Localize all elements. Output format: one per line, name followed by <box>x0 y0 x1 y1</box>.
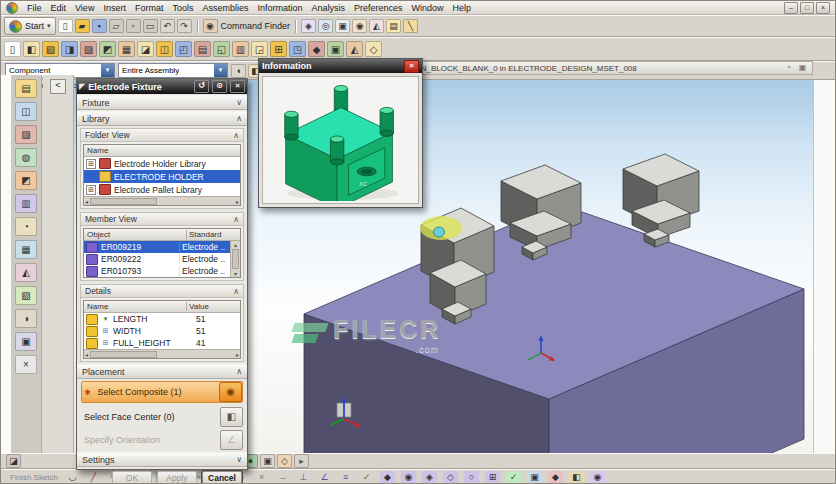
scroll-left-icon[interactable]: ◂ <box>85 198 88 205</box>
horizontal-scrollbar[interactable]: ◂ ▸ <box>84 349 240 358</box>
menu-item[interactable]: Analysis <box>311 3 345 13</box>
selection-dialog-icon[interactable]: ◈ <box>301 19 316 33</box>
command-finder[interactable]: ◉ Command Finder <box>203 19 291 33</box>
parameter-value[interactable]: 51 <box>196 314 238 324</box>
expander-icon[interactable]: ⊞ <box>86 159 96 169</box>
ok-button[interactable]: OK <box>112 471 152 484</box>
tree-item-electrode-holder-library[interactable]: ⊞ Electrode Holder Library <box>84 157 240 170</box>
tree-column-header[interactable]: Name <box>84 145 240 157</box>
evaluate-icon[interactable]: ✓ <box>359 471 374 484</box>
member-row[interactable]: ER009219 Electrode .. <box>84 241 230 253</box>
select-face-center-button[interactable]: ◧ <box>220 407 243 427</box>
graphics-window-titlebar[interactable]: ODE_DESIGN_BLOCK_BLANK_0 in ELECTRODE_DE… <box>369 61 813 75</box>
section-fixture[interactable]: Fixture ∨ <box>77 95 247 110</box>
update-icon[interactable]: ◔ <box>783 63 794 74</box>
work-plane-icon[interactable]: ▣ <box>527 471 542 484</box>
section-settings[interactable]: Settings ∨ <box>77 452 247 467</box>
snap-control-icon[interactable]: ◈ <box>422 471 437 484</box>
menu-item[interactable]: Window <box>412 3 444 13</box>
scroll-right-icon[interactable]: ▸ <box>236 198 239 205</box>
window-control-button[interactable]: – <box>784 2 798 14</box>
apply-button[interactable]: Apply <box>157 471 197 484</box>
close-panel-icon[interactable]: × <box>15 355 37 374</box>
snap-pole-icon[interactable]: ◉ <box>590 471 605 484</box>
details-column-header[interactable]: Name Value <box>84 301 240 313</box>
assembly-navigator-icon[interactable]: ▤ <box>15 79 37 98</box>
scroll-down-icon[interactable]: ▾ <box>234 270 237 277</box>
open-icon[interactable]: ▰ <box>75 19 90 33</box>
hd3d-icon[interactable]: ◭ <box>369 19 384 33</box>
mirror-icon[interactable]: ◳ <box>289 41 306 57</box>
member-row[interactable]: ER010793 Electrode .. <box>84 265 230 277</box>
inferred-dimension-icon[interactable]: ≡ <box>338 471 353 484</box>
scroll-right-icon[interactable]: ▸ <box>236 351 239 358</box>
constraint-icon[interactable]: ⊥ <box>296 471 311 484</box>
windows-panel-icon[interactable]: ▣ <box>15 332 37 351</box>
trim-body-icon[interactable]: ◲ <box>251 41 268 57</box>
copy-icon[interactable]: ▫ <box>126 19 141 33</box>
scroll-left-icon[interactable]: ◂ <box>85 351 88 358</box>
value-list-icon[interactable]: ▾ <box>101 315 110 323</box>
vertical-scrollbar[interactable]: ▴ ▾ <box>230 241 240 277</box>
member-view-header[interactable]: Member View ∧ <box>81 213 243 226</box>
snap-grid-icon[interactable]: ⊞ <box>485 471 500 484</box>
close-icon[interactable]: × <box>230 80 245 93</box>
details-row-full-height[interactable]: ⊞ FULL_HEIGHT 41 <box>84 337 240 349</box>
snap-intersection-icon[interactable]: ◇ <box>443 471 458 484</box>
blend-icon[interactable]: ▤ <box>194 41 211 57</box>
boss-icon[interactable]: ◩ <box>99 41 116 57</box>
paste-icon[interactable]: ▭ <box>143 19 158 33</box>
options-icon[interactable]: ⊙ <box>212 80 227 93</box>
chevron-down-icon[interactable]: ▼ <box>101 64 114 77</box>
datum-plane-icon[interactable]: ◧ <box>23 41 40 57</box>
parameter-value[interactable]: 41 <box>196 338 238 348</box>
menu-item[interactable]: Preferences <box>354 3 403 13</box>
part-navigator-icon[interactable]: ▨ <box>15 125 37 144</box>
constraint-navigator-icon[interactable]: ◫ <box>15 102 37 121</box>
pattern-icon[interactable]: ⊞ <box>270 41 287 57</box>
horizontal-scrollbar[interactable]: ◂ ▸ <box>84 196 240 205</box>
member-row[interactable]: ER009222 Electrode .. <box>84 253 230 265</box>
quick-extend-icon[interactable]: → <box>275 471 290 484</box>
menu-item[interactable]: File <box>27 3 42 13</box>
snap-end-icon[interactable]: ◆ <box>380 471 395 484</box>
pocket-icon[interactable]: ▦ <box>118 41 135 57</box>
select-composite-row[interactable]: ∗ Select Composite (1) ◉ <box>81 381 243 403</box>
cancel-button[interactable]: Cancel <box>202 471 242 484</box>
chevron-down-icon[interactable]: ▼ <box>214 64 227 77</box>
details-header[interactable]: Details ∧ <box>81 285 243 298</box>
section-library[interactable]: Library ∧ <box>77 111 247 126</box>
quick-trim-icon[interactable]: × <box>254 471 269 484</box>
menu-item[interactable]: Tools <box>172 3 193 13</box>
offset-icon[interactable]: ◇ <box>365 41 382 57</box>
hole-icon[interactable]: ▨ <box>80 41 97 57</box>
snap-center-icon[interactable]: ○ <box>464 471 479 484</box>
roles-icon[interactable]: ▤ <box>386 19 401 33</box>
tree-item-electrode-pallet-library[interactable]: ⊞ Electrode Pallet Library <box>84 183 240 196</box>
menu-item[interactable]: Format <box>135 3 164 13</box>
menu-item[interactable]: Edit <box>51 3 67 13</box>
draft-icon[interactable]: ▥ <box>232 41 249 57</box>
lock-icon[interactable] <box>86 338 98 349</box>
close-icon[interactable]: × <box>404 60 419 73</box>
expander-icon[interactable]: ⊞ <box>86 185 96 195</box>
new-icon[interactable]: ▯ <box>58 19 73 33</box>
roles-panel-icon[interactable]: ◑ <box>15 309 37 328</box>
collapse-panel-button[interactable]: < <box>50 79 66 94</box>
scrollbar-thumb[interactable] <box>90 198 157 205</box>
visualization-icon[interactable]: ◪ <box>6 454 21 468</box>
specify-orientation-row[interactable]: Specify Orientation ∠ <box>81 430 243 449</box>
details-row-width[interactable]: ⊞ WIDTH 51 <box>84 325 240 337</box>
lock-icon[interactable] <box>86 314 98 325</box>
pad-icon[interactable]: ◪ <box>137 41 154 57</box>
menu-item[interactable]: Insert <box>103 3 126 13</box>
web-browser-icon[interactable]: ▥ <box>15 194 37 213</box>
reuse-library-icon[interactable]: ◍ <box>15 148 37 167</box>
scroll-up-icon[interactable]: ▴ <box>234 241 237 248</box>
select-composite-button[interactable]: ◉ <box>219 382 242 402</box>
lock-icon[interactable] <box>86 326 98 337</box>
snap-point-icon[interactable]: ◎ <box>318 19 333 33</box>
revolve-icon[interactable]: ◨ <box>61 41 78 57</box>
find-component-icon[interactable]: ◖ <box>231 64 246 78</box>
cut-icon[interactable]: ▱ <box>109 19 124 33</box>
